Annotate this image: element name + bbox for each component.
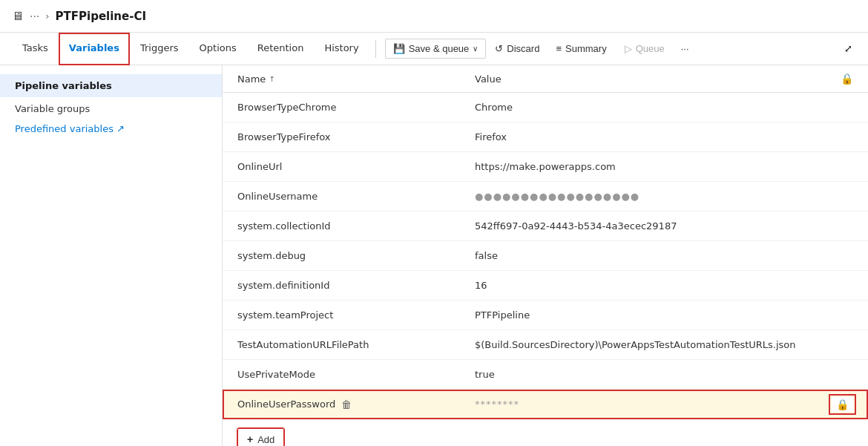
save-queue-chevron: ∨ <box>473 45 478 53</box>
tab-retention[interactable]: Retention <box>247 33 315 65</box>
sidebar-item-variable-groups[interactable]: Variable groups <box>0 97 222 120</box>
summary-icon: ≡ <box>556 43 562 54</box>
table-row: UsePrivateMode true <box>223 360 868 390</box>
external-link-icon: ↗ <box>116 123 125 134</box>
save-icon: 💾 <box>393 43 405 54</box>
table-row: system.debug false <box>223 241 868 271</box>
add-variable-button[interactable]: + Add <box>237 428 284 446</box>
queue-label: Queue <box>636 43 665 54</box>
var-name-system-definitionId: system.definitionId <box>237 280 475 291</box>
more-button[interactable]: ··· <box>675 39 695 58</box>
var-value-system-debug: false <box>475 250 853 261</box>
variables-content: Name ↑ Value 🔒 BrowserTypeChrome Chrome … <box>223 65 868 446</box>
table-row: BrowserTypeFirefox Firefox <box>223 122 868 152</box>
col-name-text: Name <box>237 73 266 85</box>
add-label: Add <box>257 434 274 445</box>
tab-tasks[interactable]: Tasks <box>12 33 59 65</box>
add-section: + Add <box>223 419 868 446</box>
delete-icon-OnlineUserPassword[interactable]: 🗑 <box>341 399 352 410</box>
var-name-system-collectionId: system.collectionId <box>237 220 475 232</box>
table-row: OnlineUrl https://make.powerapps.com <box>223 152 868 182</box>
var-value-UsePrivateMode: true <box>475 369 853 380</box>
plus-icon: + <box>247 433 253 445</box>
var-name-UsePrivateMode: UsePrivateMode <box>237 369 475 380</box>
summary-label: Summary <box>565 43 607 54</box>
var-value-BrowserTypeFirefox: Firefox <box>475 131 853 142</box>
column-value-header: Value <box>475 73 841 85</box>
main-layout: Pipeline variables Variable groups Prede… <box>0 65 868 446</box>
pipeline-variables-label: Pipeline variables <box>15 80 112 91</box>
expand-button[interactable]: ⤢ <box>841 39 856 58</box>
var-value-system-teamProject: PTFPipeline <box>475 309 853 321</box>
tab-variables[interactable]: Variables <box>59 33 130 65</box>
breadcrumb-dots[interactable]: ··· <box>30 10 39 22</box>
predefined-variables-label: Predefined variables <box>15 123 114 134</box>
expand-icon: ⤢ <box>844 43 852 54</box>
table-row: system.teamProject PTFPipeline <box>223 301 868 330</box>
sidebar-item-pipeline-variables[interactable]: Pipeline variables <box>0 74 222 97</box>
table-row: system.definitionId 16 <box>223 271 868 301</box>
var-value-system-definitionId: 16 <box>475 280 853 291</box>
nav-actions: 💾 Save & queue ∨ ↺ Discard ≡ Summary ▷ Q… <box>385 39 695 59</box>
table-row: OnlineUsername ●●●●●●●●●●●●●●●●●● <box>223 182 868 211</box>
discard-icon: ↺ <box>495 43 503 54</box>
var-value-OnlineUsername: ●●●●●●●●●●●●●●●●●● <box>475 191 853 202</box>
queue-icon: ▷ <box>625 43 632 54</box>
var-name-TestAutomationURLFilePath: TestAutomationURLFilePath <box>237 339 475 350</box>
sidebar: Pipeline variables Variable groups Prede… <box>0 65 223 446</box>
var-name-system-teamProject: system.teamProject <box>237 309 475 321</box>
var-value-system-collectionId: 542ff697-0a92-4443-b534-4a3ecec29187 <box>475 220 853 232</box>
nav-tabs-bar: Tasks Variables Triggers Options Retenti… <box>0 33 868 65</box>
tab-triggers[interactable]: Triggers <box>130 33 189 65</box>
table-row: TestAutomationURLFilePath $(Build.Source… <box>223 330 868 360</box>
column-name-header: Name ↑ <box>237 73 475 85</box>
var-name-OnlineUsername: OnlineUsername <box>237 191 475 202</box>
var-value-BrowserTypeChrome: Chrome <box>475 102 853 113</box>
more-dots: ··· <box>681 43 689 54</box>
column-lock-header: 🔒 <box>841 73 853 85</box>
table-row: system.collectionId 542ff697-0a92-4443-b… <box>223 211 868 241</box>
summary-button[interactable]: ≡ Summary <box>548 39 614 58</box>
sidebar-predefined-variables-link[interactable]: Predefined variables ↗ <box>0 120 222 137</box>
discard-button[interactable]: ↺ Discard <box>489 39 545 58</box>
table-row: BrowserTypeChrome Chrome <box>223 93 868 122</box>
tab-options[interactable]: Options <box>189 33 247 65</box>
page-title: PTFPipeline-CI <box>56 10 146 23</box>
app-icon: 🖥 <box>12 9 24 23</box>
queue-button[interactable]: ▷ Queue <box>617 39 672 58</box>
nav-divider <box>375 40 376 58</box>
variable-groups-label: Variable groups <box>15 103 90 114</box>
var-name-OnlineUrl: OnlineUrl <box>237 161 475 172</box>
sort-arrow-icon[interactable]: ↑ <box>269 75 274 83</box>
breadcrumb-chevron: › <box>45 10 49 22</box>
var-name-text-OnlineUserPassword: OnlineUserPassword <box>237 399 335 410</box>
save-queue-label: Save & queue <box>409 43 470 54</box>
var-value-OnlineUrl: https://make.powerapps.com <box>475 161 853 172</box>
var-name-BrowserTypeChrome: BrowserTypeChrome <box>237 102 475 113</box>
table-header: Name ↑ Value 🔒 <box>223 65 868 93</box>
discard-label: Discard <box>507 43 539 54</box>
var-lock-OnlineUserPassword[interactable]: 🔒 <box>832 397 853 412</box>
var-name-OnlineUserPassword: OnlineUserPassword 🗑 <box>237 399 475 410</box>
table-row-OnlineUserPassword: OnlineUserPassword 🗑 ******** 🔒 <box>223 390 868 419</box>
save-queue-button[interactable]: 💾 Save & queue ∨ <box>385 39 487 59</box>
top-bar: 🖥 ··· › PTFPipeline-CI <box>0 0 868 33</box>
var-value-OnlineUserPassword: ******** <box>475 399 832 410</box>
var-value-TestAutomationURLFilePath: $(Build.SourcesDirectory)\PowerAppsTestA… <box>475 339 853 350</box>
var-name-system-debug: system.debug <box>237 250 475 261</box>
var-name-BrowserTypeFirefox: BrowserTypeFirefox <box>237 131 475 142</box>
tab-history[interactable]: History <box>314 33 369 65</box>
